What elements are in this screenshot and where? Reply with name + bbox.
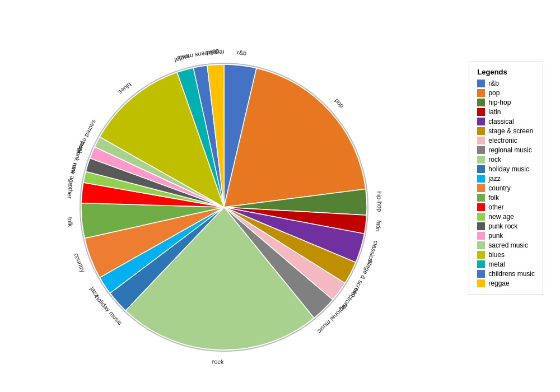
slice-label: folk	[67, 217, 74, 227]
legend-item: punk rock	[477, 222, 535, 230]
legend-swatch	[477, 175, 485, 183]
legend-title: Legends	[477, 68, 535, 76]
legend-swatch	[477, 184, 485, 192]
chart-container: r&bpophip-hoplatinclassicalstage & scree…	[0, 0, 560, 392]
legend-items: r&bpophip-hoplatinclassicalstage & scree…	[477, 80, 535, 287]
legend-label: hip-hop	[488, 99, 511, 106]
legend-label: classical	[488, 118, 514, 125]
legend-label: rock	[488, 156, 501, 164]
slice-label: r&b	[237, 49, 247, 57]
legend-label: reggae	[488, 279, 509, 287]
legend-label: jazz	[488, 175, 500, 183]
legend-swatch	[477, 80, 485, 87]
legend-item: rock	[477, 156, 535, 164]
legend-box: Legends r&bpophip-hoplatinclassicalstage…	[469, 62, 543, 295]
slice-label: country	[73, 252, 86, 273]
legend-label: holiday music	[488, 165, 529, 173]
legend-item: classical	[477, 118, 535, 125]
legend-item: new age	[477, 213, 535, 221]
legend-label: blues	[488, 251, 505, 259]
legend-item: blues	[477, 251, 535, 259]
legend-item: punk	[477, 232, 535, 240]
legend-label: folk	[488, 194, 499, 202]
slice-label: pop	[334, 97, 346, 109]
legend-label: punk	[488, 232, 503, 240]
legend-item: jazz	[477, 175, 535, 183]
legend-item: stage & screen	[477, 127, 535, 135]
legend-swatch	[477, 222, 485, 230]
slice-label: hip-hop	[376, 191, 383, 212]
legend-item: folk	[477, 194, 535, 202]
legend-item: country	[477, 184, 535, 192]
legend-swatch	[477, 251, 485, 259]
legend-swatch	[477, 213, 485, 221]
legend-label: stage & screen	[488, 127, 533, 135]
legend-label: punk rock	[488, 222, 517, 230]
legend-swatch	[477, 137, 485, 144]
legend-swatch	[477, 127, 485, 135]
legend-item: sacred music	[477, 241, 535, 249]
legend-label: latin	[488, 108, 501, 116]
legend-item: hip-hop	[477, 99, 535, 106]
slice-label: reggae	[205, 49, 225, 57]
legend-swatch	[477, 108, 485, 116]
legend-label: electronic	[488, 137, 517, 144]
slice-label: latin	[375, 220, 382, 232]
legend-item: latin	[477, 108, 535, 116]
legend-label: other	[488, 203, 503, 211]
legend-item: pop	[477, 89, 535, 97]
legend-swatch	[477, 203, 485, 211]
legend-swatch	[477, 279, 485, 287]
legend-swatch	[477, 241, 485, 249]
legend-item: holiday music	[477, 165, 535, 173]
legend-swatch	[477, 156, 485, 164]
legend-item: reggae	[477, 279, 535, 287]
legend-item: childrens music	[477, 270, 535, 278]
legend-swatch	[477, 99, 485, 106]
legend-label: new age	[488, 213, 514, 221]
legend-swatch	[477, 260, 485, 268]
legend-swatch	[477, 146, 485, 154]
legend-label: regional music	[488, 146, 531, 154]
legend-item: metal	[477, 260, 535, 268]
legend-swatch	[477, 165, 485, 173]
legend-item: electronic	[477, 137, 535, 144]
legend-label: r&b	[488, 80, 499, 87]
legend-swatch	[477, 232, 485, 240]
legend-item: other	[477, 203, 535, 211]
legend-label: childrens music	[488, 270, 535, 278]
legend-swatch	[477, 89, 485, 97]
slice-label: rock	[212, 358, 225, 365]
legend-swatch	[477, 118, 485, 125]
legend-item: r&b	[477, 80, 535, 87]
legend-label: pop	[488, 89, 500, 97]
slice-label: blues	[117, 81, 133, 96]
legend-item: regional music	[477, 146, 535, 154]
legend-swatch	[477, 270, 485, 278]
legend-label: sacred music	[488, 241, 528, 249]
legend-swatch	[477, 194, 485, 202]
legend-label: country	[488, 184, 510, 192]
legend-label: metal	[488, 260, 505, 268]
